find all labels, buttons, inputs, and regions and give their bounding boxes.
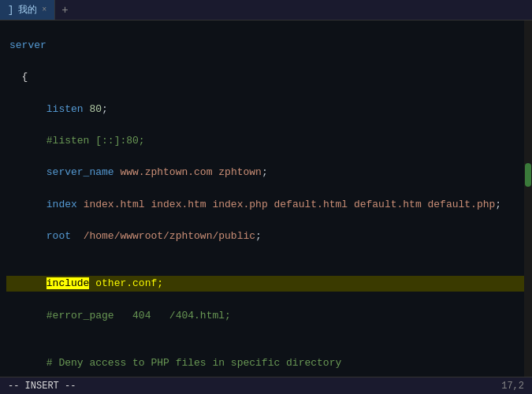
line-5: server_name www.zphtown.com zphtown;	[6, 165, 532, 180]
active-tab[interactable]: ] 我的 ×	[0, 0, 55, 20]
scrollbar-thumb[interactable]	[525, 163, 531, 187]
line-6: index index.html index.htm index.php def…	[6, 197, 532, 213]
tab-title: 我的	[18, 3, 37, 17]
status-position: 17,2	[501, 381, 524, 392]
tab-close[interactable]: ×	[42, 6, 47, 14]
tab-bar: ] 我的 × +	[0, 0, 532, 20]
status-mode: -- INSERT --	[8, 381, 76, 392]
line-9: include other.conf;	[6, 276, 532, 292]
editor: server { listen 80; #listen [::]:80; ser…	[0, 20, 532, 377]
code-area: server { listen 80; #listen [::]:80; ser…	[0, 20, 532, 377]
status-bar: -- INSERT -- 17,2	[0, 377, 532, 394]
line-3: listen 80;	[6, 102, 532, 117]
line-7: root /home/wwwroot/zphtown/public;	[6, 229, 532, 244]
tab-icon: ]	[8, 5, 13, 16]
line-1: server	[6, 38, 532, 54]
line-4: #listen [::]:80;	[6, 133, 532, 149]
line-12: # Deny access to PHP files in specific d…	[6, 355, 532, 371]
scrollbar-track[interactable]	[524, 20, 532, 377]
line-2: {	[6, 69, 532, 85]
tab-add-button[interactable]: +	[55, 4, 74, 17]
line-10: #error_page 404 /404.html;	[6, 308, 532, 324]
